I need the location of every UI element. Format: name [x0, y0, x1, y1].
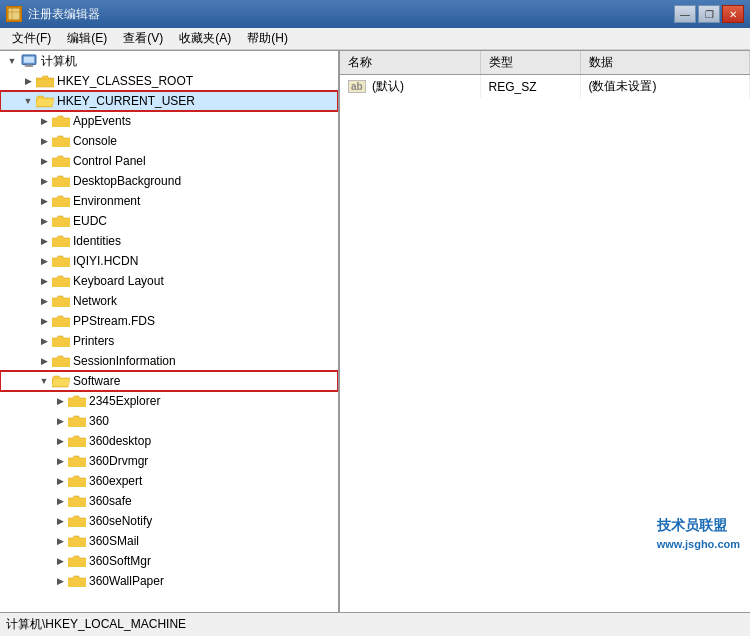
menu-view[interactable]: 查看(V) [115, 28, 171, 49]
folder-icon [68, 554, 86, 568]
expand-icon: ▶ [36, 333, 52, 349]
status-path: 计算机\HKEY_LOCAL_MACHINE [6, 616, 186, 633]
reg-name-value: (默认) [372, 79, 404, 93]
menu-favorites[interactable]: 收藏夹(A) [171, 28, 239, 49]
tree-item-2345explorer[interactable]: ▶ 2345Explorer [0, 391, 338, 411]
menu-file[interactable]: 文件(F) [4, 28, 59, 49]
tree-item-ppstream[interactable]: ▶ PPStream.FDS [0, 311, 338, 331]
tree-item-360safe[interactable]: ▶ 360safe [0, 491, 338, 511]
svg-rect-0 [8, 8, 20, 20]
tree-item-desktop-bg[interactable]: ▶ DesktopBackground [0, 171, 338, 191]
expand-icon: ▼ [4, 53, 20, 69]
expand-icon: ▶ [36, 313, 52, 329]
expand-icon: ▶ [36, 293, 52, 309]
tree-item-360smail[interactable]: ▶ 360SMail [0, 531, 338, 551]
expand-icon: ▶ [52, 453, 68, 469]
titlebar: 注册表编辑器 — ❐ ✕ [0, 0, 750, 28]
folder-icon [52, 214, 70, 228]
tree-360expert-label: 360expert [89, 474, 142, 488]
tree-item-360senotify[interactable]: ▶ 360seNotify [0, 511, 338, 531]
tree-item-identities[interactable]: ▶ Identities [0, 231, 338, 251]
close-button[interactable]: ✕ [722, 5, 744, 23]
tree-item-360drvmgr[interactable]: ▶ 360Drvmgr [0, 451, 338, 471]
tree-eudc-label: EUDC [73, 214, 107, 228]
expand-icon: ▶ [36, 193, 52, 209]
col-header-name: 名称 [340, 51, 480, 75]
tree-desktop-bg-label: DesktopBackground [73, 174, 181, 188]
expand-icon: ▶ [36, 213, 52, 229]
folder-icon [52, 274, 70, 288]
tree-item-console[interactable]: ▶ Console [0, 131, 338, 151]
right-pane: 名称 类型 数据 ab (默认) REG_SZ (数值未设置) 技术员联盟 [340, 51, 750, 612]
tree-360drvmgr-label: 360Drvmgr [89, 454, 148, 468]
expand-icon: ▶ [52, 473, 68, 489]
menu-edit[interactable]: 编辑(E) [59, 28, 115, 49]
folder-icon [52, 334, 70, 348]
tree-current-user-label: HKEY_CURRENT_USER [57, 94, 195, 108]
tree-item-eudc[interactable]: ▶ EUDC [0, 211, 338, 231]
col-header-data: 数据 [580, 51, 750, 75]
expand-icon: ▶ [36, 353, 52, 369]
tree-item-360softmgr[interactable]: ▶ 360SoftMgr [0, 551, 338, 571]
folder-icon [68, 394, 86, 408]
tree-item-network[interactable]: ▶ Network [0, 291, 338, 311]
expand-icon: ▶ [52, 513, 68, 529]
tree-2345explorer-label: 2345Explorer [89, 394, 160, 408]
folder-icon [52, 194, 70, 208]
tree-item-software[interactable]: ▼ Software [0, 371, 338, 391]
tree-item-360expert[interactable]: ▶ 360expert [0, 471, 338, 491]
computer-icon [20, 54, 38, 68]
tree-pane[interactable]: ▼ 计算机 ▶ HKEY_CLASSES_ROOT [0, 51, 340, 612]
folder-icon [52, 154, 70, 168]
tree-item-keyboard-layout[interactable]: ▶ Keyboard Layout [0, 271, 338, 291]
tree-item-current-user[interactable]: ▼ HKEY_CURRENT_USER [0, 91, 338, 111]
menu-help[interactable]: 帮助(H) [239, 28, 296, 49]
expand-icon: ▶ [36, 233, 52, 249]
folder-icon [68, 514, 86, 528]
expand-icon: ▶ [36, 133, 52, 149]
tree-item-classes-root[interactable]: ▶ HKEY_CLASSES_ROOT [0, 71, 338, 91]
tree-iqiyi-label: IQIYI.HCDN [73, 254, 138, 268]
expand-icon: ▶ [52, 433, 68, 449]
tree-item-360desktop[interactable]: ▶ 360desktop [0, 431, 338, 451]
tree-item-session-info[interactable]: ▶ SessionInformation [0, 351, 338, 371]
folder-icon [52, 254, 70, 268]
expand-icon: ▶ [52, 553, 68, 569]
menubar: 文件(F) 编辑(E) 查看(V) 收藏夹(A) 帮助(H) [0, 28, 750, 50]
tree-360senotify-label: 360seNotify [89, 514, 152, 528]
expand-icon: ▶ [36, 273, 52, 289]
tree-software-label: Software [73, 374, 120, 388]
tree-360wallpaper-label: 360WallPaper [89, 574, 164, 588]
expand-icon: ▼ [36, 373, 52, 389]
tree-console-label: Console [73, 134, 117, 148]
folder-icon [52, 294, 70, 308]
folder-icon [52, 114, 70, 128]
tree-root-computer[interactable]: ▼ 计算机 [0, 51, 338, 71]
expand-icon: ▼ [20, 93, 36, 109]
tree-item-printers[interactable]: ▶ Printers [0, 331, 338, 351]
window-controls: — ❐ ✕ [674, 5, 744, 23]
tree-identities-label: Identities [73, 234, 121, 248]
folder-icon [68, 414, 86, 428]
reg-name-cell: ab (默认) [340, 75, 480, 99]
expand-icon: ▶ [20, 73, 36, 89]
folder-open-icon [52, 374, 70, 388]
expand-icon: ▶ [52, 413, 68, 429]
tree-item-iqiyi[interactable]: ▶ IQIYI.HCDN [0, 251, 338, 271]
tree-item-appevents[interactable]: ▶ AppEvents [0, 111, 338, 131]
table-row[interactable]: ab (默认) REG_SZ (数值未设置) [340, 75, 750, 99]
folder-icon [52, 314, 70, 328]
folder-icon [52, 134, 70, 148]
tree-item-control-panel[interactable]: ▶ Control Panel [0, 151, 338, 171]
tree-item-360[interactable]: ▶ 360 [0, 411, 338, 431]
tree-session-info-label: SessionInformation [73, 354, 176, 368]
window-title: 注册表编辑器 [28, 6, 668, 23]
tree-classes-root-label: HKEY_CLASSES_ROOT [57, 74, 193, 88]
tree-360softmgr-label: 360SoftMgr [89, 554, 151, 568]
restore-button[interactable]: ❐ [698, 5, 720, 23]
tree-item-environment[interactable]: ▶ Environment [0, 191, 338, 211]
svg-rect-6 [25, 65, 34, 66]
tree-network-label: Network [73, 294, 117, 308]
tree-item-360wallpaper[interactable]: ▶ 360WallPaper [0, 571, 338, 591]
minimize-button[interactable]: — [674, 5, 696, 23]
